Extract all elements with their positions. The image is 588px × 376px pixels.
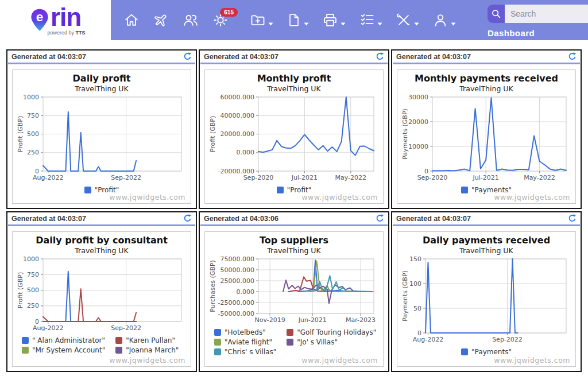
svg-text:250: 250 <box>27 149 39 156</box>
legend-label: "Hotelbeds" <box>225 328 266 336</box>
svg-text:May-2022: May-2022 <box>335 174 367 181</box>
nav-new-folder[interactable] <box>250 12 273 28</box>
main-nav: 615 <box>111 0 456 40</box>
svg-text:60000.000: 60000.000 <box>220 94 255 101</box>
panel-header: Generated at 04:03:07 <box>200 51 388 62</box>
users-icon <box>182 12 199 28</box>
chart-plot: 02505007501000Aug-2022Sep-2022Profit (GB… <box>16 94 188 185</box>
panel-underline <box>393 63 580 64</box>
search-input[interactable] <box>505 5 588 23</box>
svg-text:30000: 30000 <box>408 94 428 101</box>
refresh-icon[interactable] <box>568 52 577 61</box>
svg-text:Mar-2023: Mar-2023 <box>346 316 376 324</box>
header-right: Dashboard <box>488 5 582 38</box>
svg-text:Sep-2020: Sep-2020 <box>243 174 274 181</box>
svg-text:Aug-2022: Aug-2022 <box>33 324 63 332</box>
app-window: e rin powered by TTS <box>0 0 588 376</box>
svg-text:-50000.000: -50000.000 <box>218 310 254 317</box>
top-navigation-bar: e rin powered by TTS <box>0 0 588 40</box>
chart-title: Top suppliers <box>260 235 328 246</box>
nav-documents[interactable] <box>287 12 309 28</box>
legend-item[interactable]: "Karen Pullan" <box>115 336 179 344</box>
legend-item[interactable]: "Aviate flight" <box>214 338 276 346</box>
refresh-icon[interactable] <box>568 214 577 223</box>
nav-tools[interactable] <box>396 12 419 28</box>
panel-header: Generated at 04:03:07 <box>392 212 581 224</box>
legend-item[interactable]: "Payments" <box>461 348 512 356</box>
svg-text:10000: 10000 <box>408 143 428 150</box>
nav-home[interactable] <box>123 12 140 28</box>
chart-subtitle: TravelThing UK <box>75 84 128 93</box>
chart-container: Daily payments receivedTravelThing UK050… <box>397 231 576 367</box>
watermark: www.jqwidgets.com <box>494 356 570 365</box>
refresh-icon[interactable] <box>183 214 192 223</box>
svg-text:250: 250 <box>27 302 39 309</box>
svg-text:May-2022: May-2022 <box>524 174 555 181</box>
svg-text:Jul-2021: Jul-2021 <box>473 174 499 181</box>
brand-logo[interactable]: e rin powered by TTS <box>0 0 111 40</box>
svg-text:40000.000: 40000.000 <box>220 112 255 119</box>
legend-item[interactable]: "Golf Touring Holidays" <box>287 328 376 336</box>
generated-at-label: Generated at 04:03:06 <box>204 215 278 223</box>
generated-at-label: Generated at 04:03:07 <box>204 53 278 61</box>
svg-text:Sep-2022: Sep-2022 <box>111 174 141 181</box>
svg-text:1000: 1000 <box>23 94 39 101</box>
legend-item[interactable]: "Hotelbeds" <box>214 328 276 336</box>
chart-plot: -20000.0000.00020000.00040000.00060000.0… <box>208 94 380 185</box>
watermark: www.jqwidgets.com <box>494 193 570 201</box>
chart-container: Daily profitTravelThing UK02505007501000… <box>12 69 191 204</box>
logo-pin-icon: e <box>30 8 49 32</box>
svg-text:-25000.000: -25000.000 <box>218 299 254 307</box>
user-icon <box>432 12 448 28</box>
chevron-down-icon <box>451 22 456 26</box>
nav-contacts[interactable] <box>182 12 199 28</box>
refresh-icon[interactable] <box>376 214 384 223</box>
tools-icon <box>396 12 412 28</box>
chart-legend: "Payments" <box>397 348 575 356</box>
legend-item[interactable]: "Chris' s Villas" <box>214 348 276 356</box>
panel-underline <box>8 224 195 226</box>
search-button[interactable] <box>488 5 505 23</box>
nav-account[interactable] <box>432 12 456 28</box>
watermark: www.jqwidgets.com <box>301 356 378 365</box>
chart-container: Top suppliersTravelThing UK-50000.000-25… <box>204 231 384 367</box>
legend-swatch <box>115 337 122 344</box>
nav-settings[interactable]: 615 <box>212 12 229 28</box>
chart-title: Daily profit <box>73 73 131 84</box>
svg-text:0.000: 0.000 <box>237 149 255 156</box>
chart-legend: "Hotelbeds""Golf Touring Holidays""Aviat… <box>214 328 376 356</box>
svg-text:50: 50 <box>413 305 421 312</box>
chart-title: Daily payments received <box>423 235 550 246</box>
legend-item[interactable]: "Joanna March" <box>115 346 179 354</box>
chart-plot: 02505007501000Aug-2022Sep-2022Profit (GB… <box>16 256 188 335</box>
chevron-down-icon <box>414 22 419 26</box>
watermark: www.jqwidgets.com <box>301 193 378 201</box>
svg-text:Payments (GBP): Payments (GBP) <box>401 108 409 160</box>
panel-underline <box>393 224 580 226</box>
legend-label: "Payments" <box>471 348 512 356</box>
page-title: Dashboard <box>488 28 582 38</box>
svg-text:150: 150 <box>409 256 421 263</box>
panel-top-suppliers: Generated at 04:03:06 Top suppliersTrave… <box>199 211 389 372</box>
svg-text:500: 500 <box>27 286 39 294</box>
legend-item[interactable]: " Alan Administrator" <box>22 336 105 344</box>
legend-item[interactable]: "Jo' s Villas" <box>287 338 376 346</box>
panel-monthly-payments-received: Generated at 04:03:07 Monthly payments r… <box>391 49 582 209</box>
chart-plot: -50000.000-25000.0000.00025000.00050000.… <box>208 256 380 327</box>
nav-print[interactable] <box>322 12 346 28</box>
legend-item[interactable]: "Mr System Account" <box>22 346 105 354</box>
legend-swatch <box>115 347 122 354</box>
chevron-down-icon <box>268 22 273 26</box>
nav-flights[interactable] <box>153 12 169 28</box>
legend-label: "Aviate flight" <box>225 338 272 346</box>
nav-tasks[interactable] <box>359 12 382 28</box>
svg-text:100: 100 <box>409 280 421 288</box>
svg-text:Profit (GBP): Profit (GBP) <box>17 116 24 152</box>
chart-container: Monthly payments receivedTravelThing UK0… <box>397 69 576 204</box>
chart-subtitle: TravelThing UK <box>459 246 513 255</box>
refresh-icon[interactable] <box>376 52 384 61</box>
generated-at-label: Generated at 04:03:07 <box>396 215 471 223</box>
refresh-icon[interactable] <box>183 52 192 61</box>
chart-plot: 0100002000030000Sep-2020Jul-2021May-2022… <box>400 94 572 185</box>
legend-label: "Chris' s Villas" <box>225 348 276 356</box>
